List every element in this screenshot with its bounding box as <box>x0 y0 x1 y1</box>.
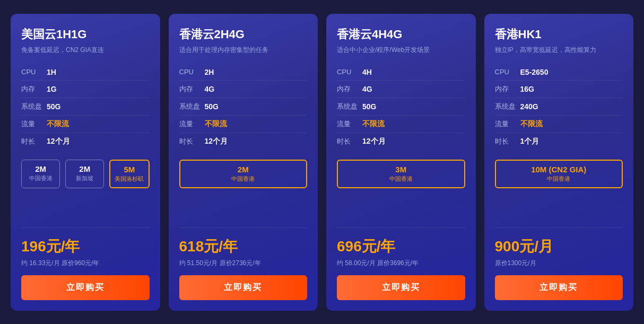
spec-value: 12个月 <box>205 137 228 146</box>
card-3: 香港云4H4G适合中小企业/程序/Web开发场景CPU4H内存4G系统盘50G流… <box>326 14 476 311</box>
price-sub: 原价1300元/月 <box>495 259 623 268</box>
spec-label: CPU <box>495 68 520 76</box>
card-2: 香港云2H4G适合用于处理内存密集型的任务CPU2H内存4G系统盘50G流量不限… <box>169 14 318 311</box>
bandwidth-speed: 2M <box>69 164 100 173</box>
spec-value: 不限流 <box>362 119 385 129</box>
bandwidth-option-1[interactable]: 10M (CN2 GIA)中国香港 <box>495 160 623 188</box>
card-title: 美国云1H1G <box>21 27 150 42</box>
spec-label: 系统盘 <box>495 102 520 111</box>
spec-value: E5-2650 <box>520 68 549 76</box>
spec-row: CPU1H <box>21 64 150 81</box>
spec-value: 不限流 <box>47 119 69 129</box>
price-sub: 约 16.33元/月 原价960元/年 <box>21 259 150 268</box>
spec-row: 流量不限流 <box>337 116 465 133</box>
spec-row: 流量不限流 <box>495 116 623 133</box>
bandwidth-location: 中国香港 <box>25 174 56 182</box>
spec-value: 1个月 <box>520 137 539 146</box>
spec-row: 内存4G <box>337 81 465 98</box>
price-section: 696元/年约 58.00元/月 原价3696元/年立即购买 <box>337 227 465 300</box>
spec-row: 时长12个月 <box>337 133 465 150</box>
buy-button[interactable]: 立即购买 <box>179 275 308 300</box>
price-main: 900元/月 <box>495 237 623 257</box>
spec-label: 内存 <box>21 84 47 94</box>
specs-table: CPU1H内存1G系统盘50G流量不限流时长12个月 <box>21 64 150 150</box>
spec-label: 流量 <box>21 119 47 129</box>
spec-value: 50G <box>362 102 376 111</box>
spec-row: 内存1G <box>21 81 150 98</box>
spec-value: 4G <box>362 85 372 93</box>
spec-label: 系统盘 <box>179 102 205 111</box>
spec-value: 240G <box>520 102 538 111</box>
spec-label: 时长 <box>21 137 47 146</box>
spec-label: 系统盘 <box>21 102 47 111</box>
spec-label: CPU <box>337 68 362 76</box>
bandwidth-speed: 2M <box>25 164 56 173</box>
spec-value: 12个月 <box>47 137 70 146</box>
spec-row: CPU2H <box>179 64 308 81</box>
bandwidth-location: 中国香港 <box>184 175 303 183</box>
card-1: 美国云1H1G免备案低延迟，CN2 GIA直连CPU1H内存1G系统盘50G流量… <box>11 14 160 311</box>
spec-label: 流量 <box>495 119 520 129</box>
bandwidth-option-1[interactable]: 2M中国香港 <box>179 160 308 188</box>
spec-label: CPU <box>21 68 47 76</box>
card-subtitle: 适合用于处理内存密集型的任务 <box>179 46 308 55</box>
spec-label: 流量 <box>337 119 362 129</box>
card-title: 香港云4H4G <box>337 27 465 42</box>
card-title: 香港云2H4G <box>179 27 308 42</box>
spec-label: 时长 <box>495 137 520 146</box>
cards-container: 美国云1H1G免备案低延迟，CN2 GIA直连CPU1H内存1G系统盘50G流量… <box>11 14 633 311</box>
bandwidth-option-3[interactable]: 5M美国洛杉矶 <box>109 160 149 188</box>
card-subtitle: 适合中小企业/程序/Web开发场景 <box>337 46 465 55</box>
bandwidth-speed: 10M (CN2 GIA) <box>499 165 619 174</box>
spec-label: 流量 <box>179 119 205 129</box>
bandwidth-option-2[interactable]: 2M新加坡 <box>65 160 104 188</box>
bandwidth-option-1[interactable]: 3M中国香港 <box>337 160 465 188</box>
spec-label: 内存 <box>495 84 520 94</box>
spec-value: 16G <box>520 85 534 93</box>
spec-value: 不限流 <box>520 119 543 129</box>
spec-label: 时长 <box>337 137 362 146</box>
spec-value: 不限流 <box>205 119 227 129</box>
spec-row: 系统盘50G <box>337 98 465 116</box>
spec-label: 内存 <box>179 84 205 94</box>
buy-button[interactable]: 立即购买 <box>337 275 465 300</box>
bandwidth-option-1[interactable]: 2M中国香港 <box>21 160 60 188</box>
spec-row: 系统盘50G <box>179 98 308 116</box>
spec-row: 时长1个月 <box>495 133 623 150</box>
buy-button[interactable]: 立即购买 <box>495 275 623 300</box>
bandwidth-speed: 5M <box>114 165 145 174</box>
card-title: 香港HK1 <box>495 27 623 42</box>
bandwidth-speed: 3M <box>341 165 461 174</box>
specs-table: CPUE5-2650内存16G系统盘240G流量不限流时长1个月 <box>495 64 623 150</box>
buy-button[interactable]: 立即购买 <box>21 275 150 300</box>
price-main: 196元/年 <box>21 237 150 257</box>
bandwidth-options: 3M中国香港 <box>337 160 465 188</box>
bandwidth-location: 中国香港 <box>341 175 461 183</box>
spec-value: 1H <box>47 68 56 76</box>
spec-value: 2H <box>205 68 214 76</box>
spec-row: 时长12个月 <box>179 133 308 150</box>
spec-row: 流量不限流 <box>21 116 150 133</box>
spec-value: 4G <box>205 85 215 93</box>
price-section: 900元/月原价1300元/月立即购买 <box>495 227 623 300</box>
spec-value: 1G <box>47 85 57 93</box>
price-sub: 约 58.00元/月 原价3696元/年 <box>337 259 465 268</box>
spec-row: 时长12个月 <box>21 133 150 150</box>
price-main: 618元/年 <box>179 237 308 257</box>
spec-row: 内存4G <box>179 81 308 98</box>
spec-row: 内存16G <box>495 81 623 98</box>
specs-table: CPU2H内存4G系统盘50G流量不限流时长12个月 <box>179 64 308 150</box>
bandwidth-options: 10M (CN2 GIA)中国香港 <box>495 160 623 188</box>
bandwidth-speed: 2M <box>184 165 303 174</box>
price-section: 196元/年约 16.33元/月 原价960元/年立即购买 <box>21 227 150 300</box>
spec-label: 系统盘 <box>337 102 362 111</box>
price-main: 696元/年 <box>337 237 465 257</box>
card-subtitle: 独立IP，高带宽低延迟，高性能算力 <box>495 46 623 55</box>
bandwidth-location: 美国洛杉矶 <box>114 175 145 183</box>
spec-label: 时长 <box>179 137 205 146</box>
spec-value: 50G <box>47 102 60 111</box>
specs-table: CPU4H内存4G系统盘50G流量不限流时长12个月 <box>337 64 465 150</box>
price-sub: 约 51.50元/月 原价2736元/年 <box>179 259 308 268</box>
spec-value: 12个月 <box>362 137 386 146</box>
spec-row: 流量不限流 <box>179 116 308 133</box>
